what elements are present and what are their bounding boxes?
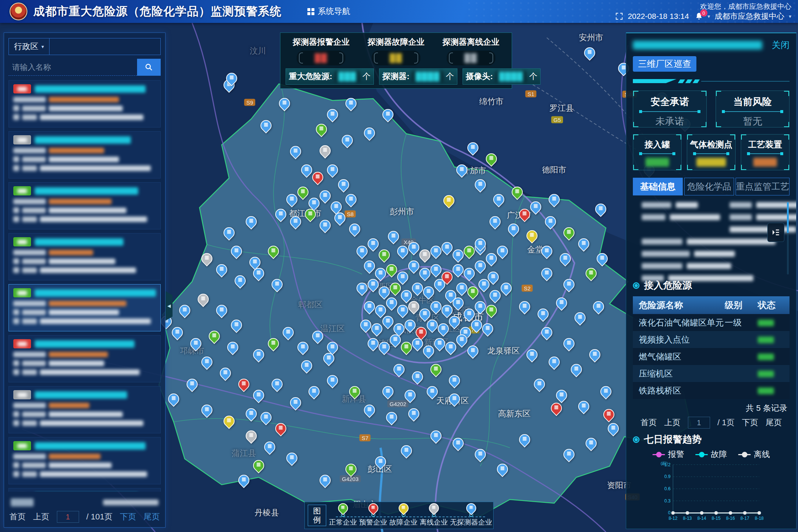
map-marker-b[interactable]: ▦ (423, 345, 434, 357)
company-card[interactable] (8, 335, 161, 382)
map-marker-b[interactable]: ▦ (397, 246, 408, 257)
map-marker-b[interactable]: ▦ (364, 127, 375, 139)
map-marker-b[interactable]: ▦ (434, 279, 445, 290)
map-marker-b[interactable]: ▦ (563, 449, 574, 460)
map-marker-b[interactable]: ▦ (168, 393, 179, 405)
map-marker-b[interactable]: ▦ (360, 320, 371, 331)
map-marker-b[interactable]: ▦ (571, 364, 582, 375)
map-marker-b[interactable]: ▦ (388, 231, 399, 242)
map-marker-b[interactable]: ▦ (427, 320, 438, 331)
map-marker-b[interactable]: ▦ (467, 345, 478, 357)
map-marker-b[interactable]: ▦ (224, 227, 235, 238)
map-marker-w[interactable]: ▦ (320, 145, 331, 156)
map-marker-b[interactable]: ▦ (475, 449, 486, 460)
next-page-link[interactable]: 下页 (742, 417, 758, 428)
map-marker-g[interactable]: ▦ (464, 246, 475, 257)
map-marker-b[interactable]: ▦ (301, 360, 312, 371)
map-marker-r[interactable]: ▦ (551, 403, 562, 414)
map-marker-b[interactable]: ▦ (320, 220, 331, 231)
map-marker-b[interactable]: ▦ (201, 405, 212, 416)
map-marker-b[interactable]: ▦ (327, 375, 338, 386)
company-card[interactable] (8, 488, 161, 492)
map-marker-b[interactable]: ▦ (249, 257, 260, 268)
map-marker-b[interactable]: ▦ (375, 456, 386, 467)
map-marker-b[interactable]: ▦ (320, 475, 331, 486)
patrol-3d-button[interactable]: 三维厂区巡查 (633, 56, 696, 72)
map-marker-b[interactable]: ▦ (308, 386, 320, 397)
map-marker-b[interactable]: ▦ (549, 357, 560, 368)
info-scrollbar[interactable] (787, 202, 789, 274)
map-marker-b[interactable]: ▦ (386, 412, 397, 423)
company-card[interactable] (8, 131, 161, 178)
map-marker-b[interactable]: ▦ (478, 279, 490, 290)
map-marker-b[interactable]: ▦ (368, 338, 379, 349)
map-marker-b[interactable]: ▦ (412, 338, 423, 349)
map-marker-b[interactable]: ▦ (490, 290, 501, 301)
tab-key-process[interactable]: 重点监管工艺 (736, 178, 790, 195)
map-marker-b[interactable]: ▦ (441, 305, 453, 316)
map-marker-g[interactable]: ▦ (467, 286, 478, 297)
map-marker-b[interactable]: ▦ (453, 438, 464, 449)
map-marker-b[interactable]: ▦ (187, 379, 198, 390)
map-marker-b[interactable]: ▦ (464, 268, 475, 279)
hazard-row[interactable]: 燃气储罐区 (633, 348, 790, 365)
map-marker-b[interactable]: ▦ (286, 194, 297, 205)
map-marker-b[interactable]: ▦ (235, 275, 246, 286)
region-filter-value[interactable] (50, 38, 160, 55)
map-marker-g[interactable]: ▦ (386, 264, 397, 275)
last-page-link[interactable]: 尾页 (143, 511, 160, 522)
map-marker-b[interactable]: ▦ (279, 98, 290, 109)
search-button[interactable] (137, 59, 161, 76)
map-marker-b[interactable]: ▦ (375, 268, 386, 279)
tab-basic-info[interactable]: 基础信息 (633, 178, 683, 195)
map-marker-b[interactable]: ▦ (600, 386, 611, 397)
map-marker-g[interactable]: ▦ (297, 187, 308, 198)
map-marker-b[interactable]: ▦ (260, 120, 272, 131)
system-nav-button[interactable]: 系统导航 (307, 6, 350, 17)
map-marker-b[interactable]: ▦ (471, 320, 482, 331)
map-marker-b[interactable]: ▦ (290, 397, 301, 408)
map-marker-r[interactable]: ▦ (416, 327, 427, 338)
map-marker-b[interactable]: ▦ (445, 342, 456, 353)
map-marker-g[interactable]: ▦ (316, 124, 327, 135)
map-marker-b[interactable]: ▦ (308, 198, 320, 209)
map-marker-b[interactable]: ▦ (419, 268, 430, 279)
map-marker-b[interactable]: ▦ (430, 430, 441, 441)
prev-page-link[interactable]: 上页 (33, 511, 50, 522)
map-marker-b[interactable]: ▦ (405, 320, 416, 331)
map-marker-b[interactable]: ▦ (201, 357, 212, 368)
company-card[interactable] (8, 80, 161, 127)
company-card[interactable] (8, 233, 161, 280)
map-marker-b[interactable]: ▦ (227, 342, 238, 353)
map-marker-b[interactable]: ▦ (220, 368, 231, 379)
map-marker-g[interactable]: ▦ (430, 364, 441, 375)
map-marker-r[interactable]: ▦ (312, 172, 323, 183)
map-marker-b[interactable]: ▦ (408, 260, 419, 272)
map-marker-b[interactable]: ▦ (290, 146, 301, 157)
search-input[interactable] (8, 59, 137, 76)
close-panel-link[interactable]: 关闭 (772, 39, 790, 51)
map-marker-b[interactable]: ▦ (393, 323, 405, 334)
map-marker-b[interactable]: ▦ (179, 305, 190, 316)
map-marker-b[interactable]: ▦ (364, 405, 375, 416)
map-marker-b[interactable]: ▦ (586, 438, 597, 449)
page-size-redacted[interactable] (11, 498, 34, 507)
map-marker-b[interactable]: ▦ (382, 386, 393, 397)
map-marker-b[interactable]: ▦ (412, 283, 423, 294)
map-marker-b[interactable]: ▦ (430, 264, 441, 275)
map-marker-b[interactable]: ▦ (464, 308, 475, 320)
map-marker-b[interactable]: ▦ (357, 246, 368, 257)
map-marker-g[interactable]: ▦ (401, 342, 412, 353)
map-marker-b[interactable]: ▦ (342, 135, 353, 146)
map-marker-b[interactable]: ▦ (382, 109, 393, 120)
map-marker-b[interactable]: ▦ (264, 441, 275, 453)
map-marker-b[interactable]: ▦ (449, 316, 460, 327)
map-marker-b[interactable]: ▦ (456, 334, 467, 345)
fullscreen-icon[interactable] (615, 12, 623, 20)
map-marker-b[interactable]: ▦ (593, 301, 604, 312)
map-marker-b[interactable]: ▦ (475, 238, 486, 249)
map-marker-b[interactable]: ▦ (327, 164, 338, 175)
map-marker-b[interactable]: ▦ (338, 179, 349, 190)
map-marker-b[interactable]: ▦ (453, 249, 464, 260)
map-marker-b[interactable]: ▦ (382, 316, 393, 327)
